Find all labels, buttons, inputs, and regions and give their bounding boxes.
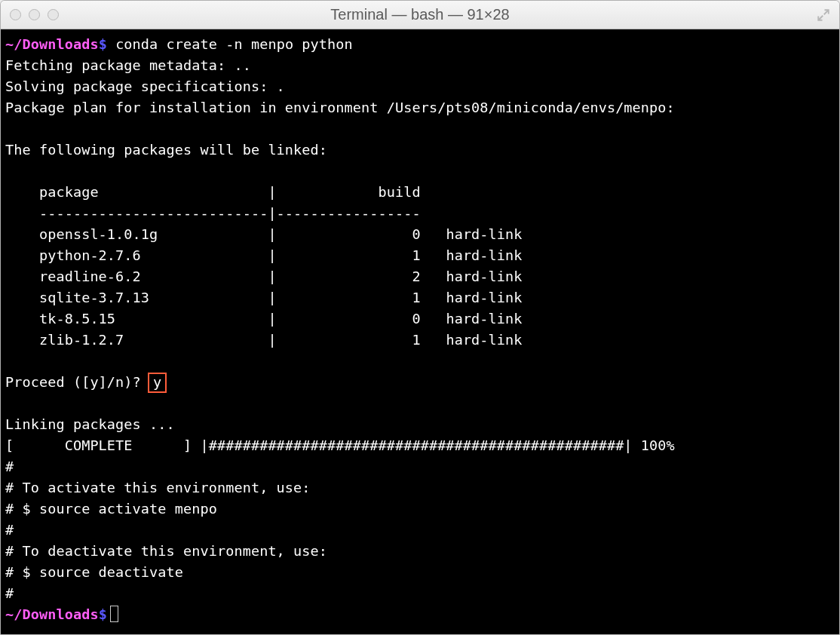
terminal-content[interactable]: ~/Downloads$ conda create -n menpo pytho… xyxy=(1,29,839,634)
cursor-icon xyxy=(110,606,118,622)
pkg-link: hard-link xyxy=(446,268,522,284)
prompt-dollar: $ xyxy=(99,606,107,622)
progress-bar: [ COMPLETE ] |##########################… xyxy=(5,437,675,453)
pkg-build: 1 xyxy=(412,290,420,305)
pkg-link: hard-link xyxy=(446,290,522,305)
table-divider: ---------------------------|------------… xyxy=(39,205,421,221)
traffic-lights xyxy=(1,9,59,20)
pkg-name: openssl-1.0.1g xyxy=(39,226,158,242)
note-line: # To activate this environment, use: xyxy=(5,480,311,495)
expand-icon[interactable] xyxy=(817,8,830,22)
output-line: Linking packages ... xyxy=(5,416,175,432)
close-icon[interactable] xyxy=(10,9,21,20)
pkg-link: hard-link xyxy=(446,311,522,327)
table-header: build xyxy=(378,184,420,200)
prompt-dollar: $ xyxy=(99,36,107,52)
table-header: package xyxy=(39,184,99,200)
note-line: # $ source activate menpo xyxy=(5,501,217,517)
output-line: Solving package specifications: . xyxy=(5,78,285,94)
prompt-path: ~/Downloads xyxy=(5,36,99,52)
command-text: conda create -n menpo python xyxy=(115,36,353,52)
note-line: # $ source deactivate xyxy=(5,564,183,580)
pkg-name: zlib-1.2.7 xyxy=(39,332,124,348)
output-line: The following packages will be linked: xyxy=(5,142,327,158)
titlebar[interactable]: Terminal — bash — 91×28 xyxy=(1,1,839,29)
pkg-name: tk-8.5.15 xyxy=(39,311,115,327)
proceed-answer: y xyxy=(148,373,167,393)
minimize-icon[interactable] xyxy=(29,9,40,20)
pkg-name: sqlite-3.7.13 xyxy=(39,290,149,305)
window-title: Terminal — bash — 91×28 xyxy=(330,6,509,23)
output-line: Package plan for installation in environ… xyxy=(5,100,675,115)
note-line: # xyxy=(5,459,14,474)
pkg-link: hard-link xyxy=(446,226,522,242)
pkg-build: 2 xyxy=(412,268,420,284)
pkg-name: python-2.7.6 xyxy=(39,247,141,263)
note-line: # xyxy=(5,522,14,538)
output-line: Fetching package metadata: .. xyxy=(5,57,251,73)
pkg-build: 1 xyxy=(412,247,420,263)
pkg-build: 1 xyxy=(412,332,420,348)
terminal-window: Terminal — bash — 91×28 ~/Downloads$ con… xyxy=(0,0,840,635)
pkg-link: hard-link xyxy=(446,247,522,263)
pkg-build: 0 xyxy=(412,226,420,242)
prompt-path: ~/Downloads xyxy=(5,606,99,622)
zoom-icon[interactable] xyxy=(48,9,59,20)
proceed-prompt: Proceed ([y]/n)? xyxy=(5,374,141,390)
pkg-build: 0 xyxy=(412,311,420,327)
pkg-name: readline-6.2 xyxy=(39,268,141,284)
note-line: # To deactivate this environment, use: xyxy=(5,543,327,559)
pkg-link: hard-link xyxy=(446,332,522,348)
note-line: # xyxy=(5,585,14,601)
